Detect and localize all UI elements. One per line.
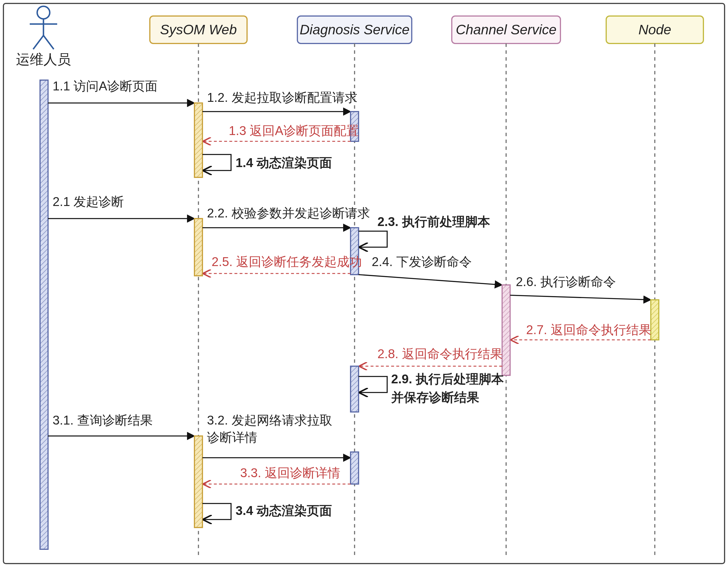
participant-web: SysOM Web xyxy=(150,16,247,43)
actor-icon xyxy=(30,6,57,49)
arrow-2-9 xyxy=(359,377,387,393)
arrow-2-6 xyxy=(510,295,651,300)
exec-actor xyxy=(40,80,48,549)
svg-line-12 xyxy=(43,35,54,49)
msg-3-2b: 诊断详情 xyxy=(207,430,257,444)
exec-web-2 xyxy=(194,218,202,276)
msg-2-9a: 2.9. 执行后处理脚本 xyxy=(391,372,504,386)
arrow-1-4 xyxy=(202,154,231,170)
msg-2-2: 2.2. 校验参数并发起诊断请求 xyxy=(207,206,370,220)
participant-node-label: Node xyxy=(639,22,671,37)
msg-3-4: 3.4 动态渲染页面 xyxy=(236,504,332,518)
msg-2-7: 2.7. 返回命令执行结果 xyxy=(526,323,651,337)
msg-3-3: 3.3. 返回诊断详情 xyxy=(240,466,340,480)
msg-2-6: 2.6. 执行诊断命令 xyxy=(516,274,616,289)
msg-3-1: 3.1. 查询诊断结果 xyxy=(53,413,153,427)
msg-2-1: 2.1 发起诊断 xyxy=(53,194,124,208)
msg-2-3: 2.3. 执行前处理脚本 xyxy=(377,214,490,228)
msg-2-4: 2.4. 下发诊断命令 xyxy=(372,254,472,268)
svg-line-11 xyxy=(33,35,43,49)
participant-channel-label: Channel Service xyxy=(456,22,556,37)
exec-diag-3 xyxy=(351,452,359,484)
participant-node: Node xyxy=(606,16,703,43)
msg-1-2: 1.2. 发起拉取诊断配置请求 xyxy=(207,90,357,104)
msg-1-3: 1.3 返回A诊断页面配置 xyxy=(229,124,359,138)
sequence-diagram: 运维人员 SysOM Web Diagnosis Service Channel… xyxy=(0,0,728,567)
msg-2-8: 2.8. 返回命令执行结果 xyxy=(377,347,503,361)
exec-diag-2b xyxy=(351,366,359,412)
msg-2-9b: 并保存诊断结果 xyxy=(391,390,479,404)
exec-web-1 xyxy=(194,103,202,177)
arrow-2-4 xyxy=(359,274,502,285)
arrow-2-3 xyxy=(359,231,387,247)
participant-web-label: SysOM Web xyxy=(160,22,237,37)
msg-1-1: 1.1 访问A诊断页面 xyxy=(53,79,158,93)
participant-diag-label: Diagnosis Service xyxy=(300,22,409,37)
participant-diag: Diagnosis Service xyxy=(297,16,412,43)
exec-channel xyxy=(502,285,510,375)
exec-web-3 xyxy=(194,436,202,528)
msg-1-4: 1.4 动态渲染页面 xyxy=(236,156,332,170)
msg-3-2a: 3.2. 发起网络请求拉取 xyxy=(207,413,332,427)
msg-2-5: 2.5. 返回诊断任务发起成功 xyxy=(212,254,362,268)
exec-node xyxy=(651,300,659,340)
actor-label: 运维人员 xyxy=(16,52,71,67)
svg-point-8 xyxy=(37,6,50,19)
arrow-3-4 xyxy=(202,504,231,520)
participant-channel: Channel Service xyxy=(452,16,560,43)
